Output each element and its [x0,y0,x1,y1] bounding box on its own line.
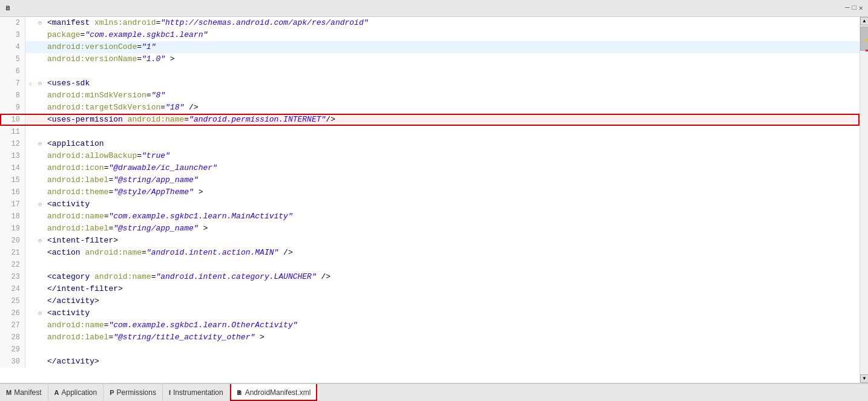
code-line-20: 20⊖ <intent-filter> [0,235,860,247]
bottom-tab-bar: MManifestAApplicationPPermissionsIInstru… [0,383,868,401]
code-line-11: 11 [0,126,860,138]
line-code: <activity [45,198,860,210]
line-code: <uses-permission android:name="android.p… [45,114,860,126]
line-code: <intent-filter> [45,235,860,247]
fold-marker[interactable]: ⊖ [35,80,45,87]
code-line-10: 10 <uses-permission android:name="androi… [0,114,860,126]
code-line-9: 9 android:targetSdkVersion="18" /> [0,102,860,114]
code-line-18: 18 android:name="com.example.sgkbc1.lear… [0,210,860,223]
line-number: 16 [0,186,25,198]
tab-icon-androidmanifest: 🗎 [236,389,243,396]
scrollbar-track[interactable] [860,25,868,374]
code-line-6: 6 [0,65,860,77]
line-code: </activity> [45,295,860,307]
marker-red [866,50,868,51]
line-number: 18 [0,210,25,223]
code-line-23: 23 <category android:name="android.inten… [0,271,860,283]
line-code: android:label="@string/title_activity_ot… [45,331,860,344]
line-number: 22 [0,259,25,271]
line-code: android:minSdkVersion="8" [45,90,860,102]
line-code: <manifest xmlns:android="http://schemas.… [45,17,860,29]
code-line-2: 2⊖<manifest xmlns:android="http://schema… [0,17,860,29]
line-number: 27 [0,319,25,331]
line-code [45,126,860,138]
code-line-8: 8 android:minSdkVersion="8" [0,90,860,102]
fold-marker[interactable]: ⊖ [35,237,45,244]
code-line-22: 22 [0,259,860,271]
line-number: 30 [0,356,25,368]
minimize-button[interactable]: — [845,4,849,13]
line-code: android:icon="@drawable/ic_launcher" [45,162,860,174]
marker-yellow [866,39,868,41]
line-number: 26 [0,307,25,319]
code-line-19: 19 android:label="@string/app_name" > [0,223,860,235]
code-line-3: 3 package="com.example.sgkbc1.learn" [0,29,860,41]
code-line-15: 15 android:label="@string/app_name" [0,174,860,186]
line-number: 10 [0,114,25,126]
scroll-down-button[interactable]: ▼ [860,374,868,383]
fold-marker[interactable]: ⊖ [35,19,45,27]
line-code: android:allowBackup="true" [45,150,860,162]
tab-androidmanifest[interactable]: 🗎AndroidManifest.xml [230,383,318,401]
tab-label-application: Application [61,388,97,397]
line-number: 21 [0,247,25,259]
line-container: 2⊖<manifest xmlns:android="http://schema… [0,17,860,368]
line-code: <application [45,138,860,150]
line-code: <uses-sdk [45,77,860,90]
line-number: 8 [0,90,25,102]
tab-icon-manifest: M [6,389,12,396]
code-line-30: 30 </activity> [0,356,860,368]
line-number: 24 [0,283,25,295]
editor-area: 2⊖<manifest xmlns:android="http://schema… [0,17,868,383]
fold-marker[interactable]: ⊖ [35,310,45,317]
maximize-button[interactable]: □ [852,4,856,13]
line-number: 15 [0,174,25,186]
tab-label-instrumentation: Instrumentation [173,388,223,397]
tab-icon-instrumentation: I [169,389,171,396]
line-number: 23 [0,271,25,283]
line-code [45,259,860,271]
line-number: 6 [0,65,25,77]
right-scrollbar[interactable]: ▲ ▼ [860,17,868,383]
code-line-7: 7⚠⊖ <uses-sdk [0,77,860,90]
tab-icon-permissions: P [110,389,114,396]
code-line-21: 21 <action android:name="android.intent.… [0,247,860,259]
line-number: 11 [0,126,25,138]
line-code: android:name="com.example.sgkbc1.learn.M… [45,210,860,223]
tab-application[interactable]: AApplication [48,384,104,401]
close-button[interactable]: ✕ [859,4,863,13]
line-code [45,344,860,356]
tab-label-androidmanifest: AndroidManifest.xml [245,388,311,397]
line-number: 29 [0,344,25,356]
line-code: android:targetSdkVersion="18" /> [45,102,860,114]
line-code: <category android:name="android.intent.c… [45,271,860,283]
tab-instrumentation[interactable]: IInstrumentation [163,384,230,401]
line-code: android:label="@string/app_name" [45,174,860,186]
line-code: android:versionName="1.0" > [45,53,860,65]
code-line-26: 26⊖ <activity [0,307,860,319]
line-number: 13 [0,150,25,162]
line-code: android:name="com.example.sgkbc1.learn.O… [45,319,860,331]
code-line-27: 27 android:name="com.example.sgkbc1.lear… [0,319,860,331]
line-number: 2 [0,17,25,29]
code-line-12: 12⊖ <application [0,138,860,150]
line-number: 25 [0,295,25,307]
line-number: 4 [0,41,25,53]
code-line-29: 29 [0,344,860,356]
fold-marker[interactable]: ⊖ [35,201,45,208]
code-line-5: 5 android:versionName="1.0" > [0,53,860,65]
line-code: android:theme="@style/AppTheme" > [45,186,860,198]
code-scroll-area[interactable]: 2⊖<manifest xmlns:android="http://schema… [0,17,860,383]
line-code: <action android:name="android.intent.act… [45,247,860,259]
line-number: 20 [0,235,25,247]
line-code: package="com.example.sgkbc1.learn" [45,29,860,41]
tab-permissions[interactable]: PPermissions [104,384,163,401]
fold-marker[interactable]: ⊖ [35,140,45,148]
line-code [45,65,860,77]
scroll-up-button[interactable]: ▲ [860,17,868,25]
line-code: <activity [45,307,860,319]
tab-manifest[interactable]: MManifest [0,384,48,401]
code-line-16: 16 android:theme="@style/AppTheme" > [0,186,860,198]
line-number: 5 [0,53,25,65]
tab-label-manifest: Manifest [14,388,41,397]
